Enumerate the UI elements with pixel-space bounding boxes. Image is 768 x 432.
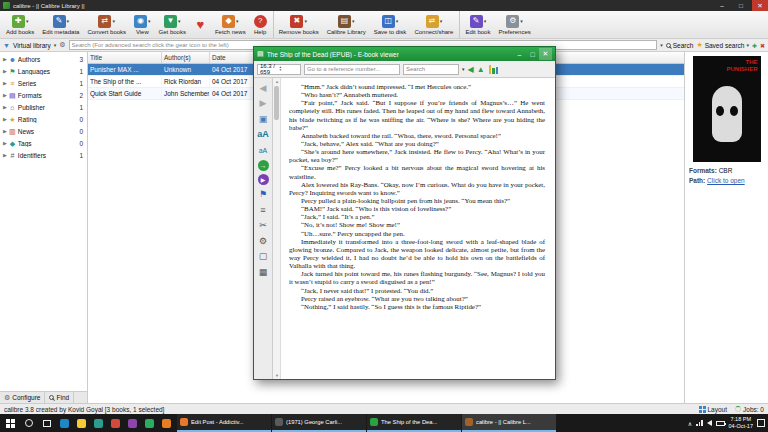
volume-icon[interactable] [707, 420, 712, 426]
clock[interactable]: 7:18 PM 04-Oct-17 [729, 416, 753, 429]
minimize-button[interactable]: – [714, 0, 730, 11]
taskbar-window-button[interactable]: calibre - || Calibre L... [462, 414, 556, 432]
scrollbar-thumb[interactable] [274, 86, 279, 120]
toolbar-button-donate[interactable]: ▾ [190, 11, 211, 38]
viewer-search-input[interactable] [403, 64, 459, 75]
viewer-tool-fullscreen[interactable] [257, 251, 270, 263]
pinned-app[interactable] [90, 414, 107, 432]
expand-arrow-icon[interactable]: ▶ [3, 152, 7, 158]
saved-search-button[interactable]: ★ Saved search ▾ [696, 41, 749, 49]
search-button[interactable]: Search [666, 42, 694, 49]
expand-arrow-icon[interactable]: ▶ [3, 128, 7, 134]
battery-icon[interactable] [716, 421, 725, 426]
toolbar-button-view[interactable]: ▾ View [130, 11, 155, 38]
toolbar-button-save-to-disk[interactable]: ▾ Save to disk [370, 11, 411, 38]
hidden-icons-button[interactable]: ∧ [688, 420, 692, 427]
tag-browser-item-publisher[interactable]: ▶ Publisher 1 [0, 101, 87, 113]
toolbar-button-convert-books[interactable]: ▾ Convert books [83, 11, 130, 38]
tag-browser-item-news[interactable]: ▶ News 0 [0, 125, 87, 137]
viewer-minimize-button[interactable]: – [513, 48, 526, 60]
find-previous-button[interactable]: ◀ [468, 65, 474, 74]
toolbar-button-preferences[interactable]: ▾ Preferences [494, 11, 534, 38]
dropdown-arrow-icon[interactable]: ▾ [440, 18, 443, 24]
find-button[interactable]: Find [45, 392, 74, 403]
viewer-tool-copy[interactable] [257, 113, 270, 125]
dropdown-arrow-icon[interactable]: ▾ [148, 18, 151, 24]
expand-arrow-icon[interactable]: ▶ [3, 140, 7, 146]
pinned-app[interactable] [124, 414, 141, 432]
column-header-authors[interactable]: Author(s) [162, 52, 210, 63]
viewer-tool-bookmark[interactable] [257, 189, 270, 201]
start-button[interactable] [0, 414, 20, 432]
viewer-tool-scissors[interactable] [257, 220, 270, 232]
toolbar-button-remove-books[interactable]: ▾ Remove books [273, 11, 323, 38]
dropdown-arrow-icon[interactable]: ▾ [236, 18, 239, 24]
viewer-maximize-button[interactable]: □ [526, 48, 539, 60]
close-button[interactable]: ✕ [752, 0, 768, 11]
search-gear-icon[interactable]: ⚙ [59, 41, 65, 49]
viewer-tool-preferences[interactable] [257, 235, 270, 247]
column-header-date[interactable]: Date [210, 52, 254, 63]
jobs-indicator[interactable]: Jobs: 0 [735, 406, 764, 413]
pinned-app[interactable] [158, 414, 175, 432]
viewer-tool-decrease-font[interactable] [257, 144, 270, 156]
scroll-up-icon[interactable]: ▲ [273, 79, 281, 84]
spinner-arrows-icon[interactable]: ▴▾ [280, 66, 300, 73]
virtual-library-dropdown-icon[interactable]: ▾ [54, 42, 57, 48]
pinned-app[interactable] [56, 414, 73, 432]
viewer-tool-increase-font[interactable] [257, 129, 270, 141]
book-cover[interactable]: THE PUNISHER [693, 56, 761, 162]
action-center-button[interactable] [757, 419, 765, 427]
toolbar-button-connect-share[interactable]: ▾ Connect/share [410, 11, 457, 38]
search-options-dropdown-icon[interactable]: ▾ [462, 66, 465, 72]
pinned-app[interactable] [73, 414, 90, 432]
tag-browser-item-tags[interactable]: ▶ Tags 0 [0, 137, 87, 149]
dropdown-arrow-icon[interactable]: ▾ [520, 18, 523, 24]
delete-saved-search-icon[interactable]: ✖ [760, 42, 765, 49]
path-link[interactable]: Click to open [707, 177, 745, 184]
tag-browser-item-authors[interactable]: ▶ Authors 3 [0, 53, 87, 65]
column-header-title[interactable]: Title [88, 52, 162, 63]
toolbar-button-edit-metadata[interactable]: ▾ Edit metadata [38, 11, 83, 38]
dropdown-arrow-icon[interactable]: ▾ [484, 18, 487, 24]
expand-arrow-icon[interactable]: ▶ [3, 68, 7, 74]
pinned-app[interactable] [107, 414, 124, 432]
viewer-scrollbar[interactable]: ▲ ▼ [273, 78, 281, 379]
network-icon[interactable] [696, 420, 703, 426]
expand-arrow-icon[interactable]: ▶ [3, 80, 7, 86]
toolbar-button-get-books[interactable]: ▾ Get books [155, 11, 190, 38]
toolbar-button-add-books[interactable]: ▾ Add books [2, 11, 38, 38]
toolbar-button-edit-book[interactable]: ▾ Edit book [459, 11, 494, 38]
book-text[interactable]: “Hmm.” Jack didn’t sound impressed. “I m… [281, 78, 555, 379]
toolbar-button-help[interactable]: ▾ Help [250, 11, 271, 38]
viewer-tool-next-page[interactable] [257, 98, 270, 110]
toolbar-button-fetch-news[interactable]: ▾ Fetch news [211, 11, 250, 38]
task-view-button[interactable] [38, 414, 56, 432]
viewer-tool-read-aloud[interactable] [258, 174, 269, 185]
tag-browser-item-series[interactable]: ▶ Series 1 [0, 77, 87, 89]
expand-arrow-icon[interactable]: ▶ [3, 56, 7, 62]
cortana-button[interactable] [20, 414, 38, 432]
dropdown-arrow-icon[interactable]: ▾ [352, 18, 355, 24]
tag-browser-item-rating[interactable]: ▶ Rating 0 [0, 113, 87, 125]
dropdown-arrow-icon[interactable]: ▾ [67, 18, 70, 24]
maximize-button[interactable]: □ [733, 0, 749, 11]
pinned-app[interactable] [141, 414, 158, 432]
add-saved-search-icon[interactable]: ✚ [752, 42, 757, 49]
find-next-button[interactable]: ▲ [477, 65, 485, 74]
reference-number-input[interactable] [304, 64, 400, 75]
tag-browser-item-formats[interactable]: ▶ Formats 2 [0, 89, 87, 101]
formats-value[interactable]: CBR [719, 167, 733, 174]
tag-browser-item-identifiers[interactable]: ▶ Identifiers 1 [0, 149, 87, 161]
dropdown-arrow-icon[interactable]: ▾ [112, 18, 115, 24]
toc-toggle-icon[interactable] [489, 65, 499, 74]
taskbar-window-button[interactable]: Edit Post - Addictiv... [177, 414, 271, 432]
virtual-library-button[interactable]: Virtual library [13, 42, 51, 49]
viewer-tool-previous-page[interactable] [257, 82, 270, 94]
dropdown-arrow-icon[interactable]: ▾ [304, 18, 307, 24]
dropdown-arrow-icon[interactable]: ▾ [396, 18, 399, 24]
expand-arrow-icon[interactable]: ▶ [3, 116, 7, 122]
viewer-titlebar[interactable]: ▤ The Ship of the Dead (EPUB) - E-book v… [254, 47, 555, 61]
viewer-tool-reference-mode[interactable] [258, 160, 269, 171]
toolbar-button-calibre-library[interactable]: ▾ Calibre Library [323, 11, 370, 38]
